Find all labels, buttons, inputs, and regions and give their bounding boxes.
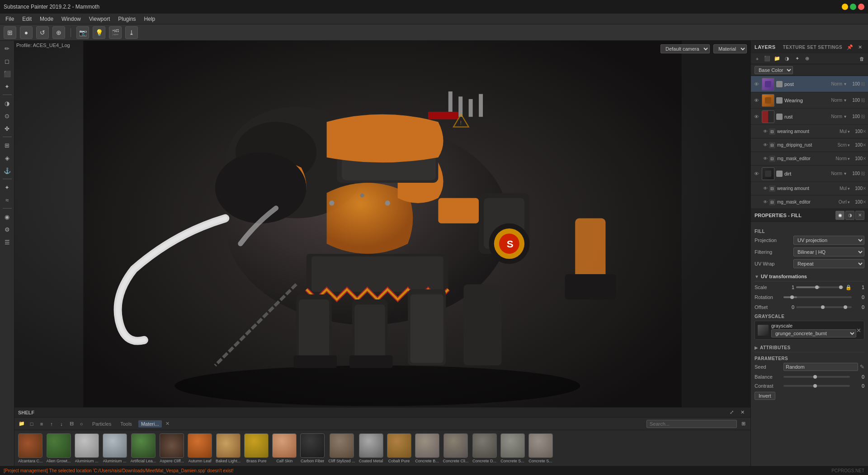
contrast-slider[interactable] — [783, 383, 850, 389]
balance-slider[interactable] — [783, 374, 850, 380]
sub-layer-wearing-amount-1[interactable]: 👁 ⊟ wearing amount Mul ▾ 100 ✕ — [751, 125, 868, 138]
layer-vis-rust[interactable]: 👁 — [753, 113, 760, 120]
shelf-nav-tools[interactable]: Tools — [118, 420, 135, 428]
toolbar-brush-btn[interactable]: ● — [20, 26, 33, 39]
sub-vis-wearing-2[interactable]: 👁 — [762, 185, 769, 192]
scale-handle-right[interactable] — [839, 285, 843, 289]
tool-bake[interactable]: ☰ — [1, 236, 13, 248]
layer-chain-rust[interactable]: ⛓ — [860, 114, 866, 120]
offset-handle-x[interactable] — [821, 305, 825, 309]
shelf-close-btn[interactable]: ✕ — [738, 408, 747, 417]
prop-icon-btn[interactable]: ◑ — [845, 211, 854, 220]
shelf-item-alien[interactable]: Alien Growt... — [47, 433, 71, 463]
sub-close-mask2[interactable]: ✕ — [863, 200, 866, 204]
tool-particles[interactable]: ✦ — [1, 181, 13, 193]
add-folder-btn[interactable]: 📁 — [773, 54, 782, 63]
scale-handle-left[interactable] — [815, 285, 819, 289]
shelf-item-coated[interactable]: Coated Metal — [359, 433, 383, 463]
minimize-button[interactable] — [842, 4, 848, 10]
camera-select[interactable]: Default camera — [660, 44, 710, 53]
close-button[interactable] — [858, 4, 864, 10]
layer-row-rust[interactable]: 👁 rust Norm ▾ 100 ⛓ — [751, 109, 868, 125]
offset-handle-y[interactable] — [844, 305, 847, 309]
sub-layer-mg-mask-editor-2[interactable]: 👁 ⊟ mg_mask_editor Ovrl ▾ 100 ✕ — [751, 195, 868, 209]
shelf-btn3[interactable]: ≡ — [37, 419, 46, 428]
layer-chain-wearing[interactable]: ⛓ — [860, 97, 866, 104]
shelf-circle-btn[interactable]: ○ — [77, 419, 86, 428]
sub-vis-mg-mask-1[interactable]: 👁 — [762, 155, 769, 162]
sub-layer-wearing-amount-2[interactable]: 👁 ⊟ wearing amount Mul ▾ 100 ✕ — [751, 182, 868, 195]
shelf-search-input[interactable] — [646, 420, 737, 428]
prop-material-btn[interactable]: ◉ — [835, 211, 844, 220]
sub-close-wear2[interactable]: ✕ — [863, 186, 866, 191]
layer-row-dirt[interactable]: 👁 dirt Norm ▾ 100 ⛓ — [751, 166, 868, 182]
shelf-item-brass[interactable]: Brass Pure — [244, 433, 269, 463]
sub-close-1[interactable]: ✕ — [863, 129, 866, 134]
layer-chain-dirt[interactable]: ⛓ — [860, 171, 866, 177]
maximize-button[interactable] — [850, 4, 856, 10]
layer-row-post[interactable]: 👁 post Norm ▾ 100 ⛓ — [751, 76, 868, 92]
shelf-item-aspere[interactable]: Aspere Cliff... — [160, 433, 184, 463]
layer-row-wearing[interactable]: 👁 Wearing Norm ▾ 100 ⛓ — [751, 92, 868, 109]
shelf-item-concrete4[interactable]: Concrete S... — [500, 433, 525, 463]
viewport[interactable]: S ! — [14, 41, 750, 416]
sub-layer-mg-dripping[interactable]: 👁 ⊟ mg_dripping_rust Scrn ▾ 100 ✕ — [751, 138, 868, 152]
menu-mode[interactable]: Mode — [36, 15, 57, 23]
tool-settings[interactable]: ⚙ — [1, 223, 13, 235]
shelf-new-btn[interactable]: □ — [27, 419, 36, 428]
menu-plugins[interactable]: Plugins — [114, 15, 139, 23]
menu-viewport[interactable]: Viewport — [85, 15, 113, 23]
seed-input[interactable] — [783, 363, 858, 371]
sub-close-drip[interactable]: ✕ — [863, 142, 866, 147]
sub-vis-mg-mask-2[interactable]: 👁 — [762, 199, 769, 206]
offset-slider[interactable] — [796, 304, 852, 310]
shelf-item-concrete5[interactable]: Concrete S... — [528, 433, 553, 463]
toolbar-rotate-btn[interactable]: ↺ — [36, 26, 49, 39]
tool-clone[interactable]: ⊙ — [1, 110, 13, 122]
tool-paint[interactable]: ✏ — [1, 43, 13, 54]
shelf-item-alcantara[interactable]: Alcantara C... — [18, 433, 43, 463]
scale-lock-btn[interactable]: 🔒 — [845, 284, 852, 290]
layer-chain-post[interactable]: ⛓ — [860, 81, 866, 87]
toolbar-grid-btn[interactable]: ⊞ — [4, 26, 16, 39]
seed-edit-btn[interactable]: ✎ — [860, 364, 864, 370]
shelf-item-artificial[interactable]: Artificial Lea... — [131, 433, 156, 463]
menu-file[interactable]: File — [2, 15, 18, 23]
tool-material[interactable]: ◉ — [1, 211, 13, 223]
tool-projection[interactable]: ◈ — [1, 152, 13, 164]
base-color-select[interactable]: Base Color — [755, 66, 793, 74]
shelf-expand-btn[interactable]: ⤢ — [727, 408, 736, 417]
layer-vis-dirt[interactable]: 👁 — [753, 170, 760, 177]
tool-eraser[interactable]: ◻ — [1, 55, 13, 67]
balance-handle[interactable] — [813, 375, 817, 379]
invert-button[interactable]: Invert — [755, 392, 775, 400]
menu-window[interactable]: Window — [58, 15, 85, 23]
uv-wrap-select[interactable]: Repeat — [793, 259, 864, 268]
add-mask-btn[interactable]: ◑ — [783, 54, 792, 63]
uv-transformations-header[interactable]: ▼ UV transformations — [755, 272, 864, 281]
tool-select[interactable]: ✦ — [1, 81, 13, 92]
shelf-btn5[interactable]: ↓ — [57, 419, 66, 428]
rotation-slider[interactable] — [783, 294, 852, 300]
shelf-item-cliff[interactable]: Cliff Stylized ... — [328, 433, 355, 463]
layer-vis-post[interactable]: 👁 — [753, 81, 760, 88]
toolbar-snap-btn[interactable]: ⊕ — [52, 26, 65, 39]
filtering-select[interactable]: Bilinear | HQ — [793, 247, 864, 256]
shelf-folder-btn[interactable]: 📁 — [17, 419, 26, 428]
shelf-item-autumn[interactable]: Autumn Leaf — [188, 433, 212, 463]
shelf-item-concrete1[interactable]: Concrete B... — [415, 433, 439, 463]
render-mode-select[interactable]: Material — [713, 44, 747, 53]
rotation-handle[interactable] — [790, 295, 794, 299]
tool-fill[interactable]: ⬛ — [1, 68, 13, 80]
tool-layer[interactable]: ⊞ — [1, 139, 13, 151]
sub-vis-wearing-amount-1[interactable]: 👁 — [762, 128, 769, 135]
delete-layer-btn[interactable]: 🗑 — [857, 54, 866, 63]
layer-vis-wearing[interactable]: 👁 — [753, 97, 760, 104]
grayscale-close-btn[interactable]: ✕ — [856, 327, 861, 334]
toolbar-export-btn[interactable]: ⤓ — [125, 26, 138, 39]
layers-tab[interactable]: LAYERS — [755, 44, 776, 50]
shelf-filter-btn[interactable]: ⊟ — [67, 419, 76, 428]
tool-smudge[interactable]: ◑ — [1, 97, 13, 109]
scale-slider[interactable] — [796, 284, 844, 290]
shelf-item-baked[interactable]: Baked Light... — [216, 433, 241, 463]
